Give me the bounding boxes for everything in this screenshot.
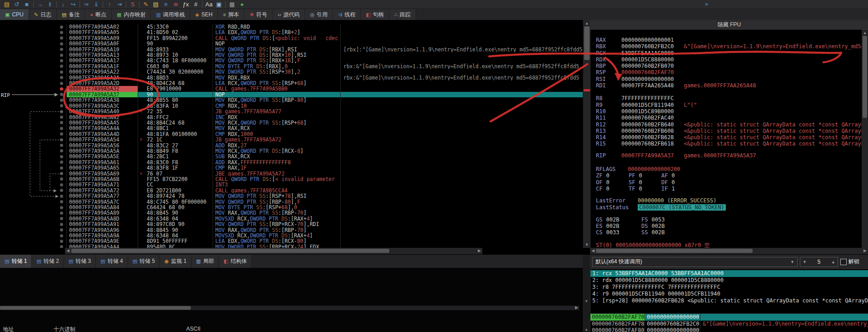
comment-cell[interactable] — [341, 24, 583, 30]
comment-cell[interactable] — [341, 188, 583, 193]
step-over-icon[interactable]: ↪ — [68, 0, 78, 9]
register-row-RBP[interactable]: RBP000000760B2FB070 — [596, 63, 868, 69]
comment-cell[interactable] — [341, 210, 583, 216]
register-value[interactable]: 0000000000000200 — [628, 166, 680, 172]
comment-cell[interactable]: rbx:&"[Game]\nversion=1.1.9\nentry=Endfi… — [341, 75, 583, 80]
instruction-cell[interactable]: MOV RCX,QWORD PTR SS:[RSP+68] — [213, 120, 341, 126]
instruction-cell[interactable]: MOVSXD RCX,DWORD PTR DS:[RAX+4] — [213, 233, 341, 238]
instruction-cell[interactable]: LEA EDX,QWORD PTR DS:[R8+2] — [213, 30, 341, 35]
comment-cell[interactable] — [341, 238, 583, 244]
restart-icon[interactable]: ↺ — [12, 0, 22, 9]
stack-value[interactable]: 0000000000000000 — [645, 327, 700, 332]
instruction-cell[interactable]: CMP RDX,10 — [213, 103, 341, 109]
argument-row[interactable]: 2: rdx 000001D5C8880000 000001D5C8880000 — [590, 277, 868, 284]
disasm-row[interactable]: 00007FF7A99A5A54v72 1CJB games.7FF7A99A5… — [0, 137, 583, 142]
tab-内存映射[interactable]: ▦内存映射 — [112, 9, 151, 20]
disasm-row[interactable]: 00007FF7A99A5A40v72 35JB games.7FF7A99A5… — [0, 109, 583, 114]
tab-调用堆栈[interactable]: ▥调用堆栈 — [151, 9, 190, 20]
gutter-cell[interactable] — [0, 176, 67, 182]
bytes-cell[interactable]: C74424 30 02000000 — [138, 69, 213, 75]
bytes-cell[interactable]: 41:8D50 02 — [138, 30, 213, 35]
disasm-row[interactable]: 00007FF7A99A5A7748:897424 78MOV QWORD PT… — [0, 193, 583, 199]
row-dot-icon[interactable] — [60, 228, 63, 231]
register-row-R12[interactable]: R12000000760B2FB640<&public: static stru… — [596, 121, 868, 128]
register-row-R14[interactable]: R14000000760B2FB628<&public: static stru… — [596, 134, 868, 141]
stack-address[interactable]: 000000760B2FAF80 — [590, 327, 645, 332]
stack-row[interactable]: 000000760B2FAF78000000760B2FB2C0&"[Game]… — [590, 321, 868, 327]
register-row-R8[interactable]: R87FFFFFFFFFFFFFFC — [596, 95, 868, 101]
dump-pane[interactable]: ▶ 地址 十六进制 ASCII — [0, 268, 583, 332]
disasm-row[interactable]: 00007FF7A99A5A9E8D91 50FFFFFFLEA EDX,QWO… — [0, 238, 583, 244]
disasm-row[interactable]: 00007FF7A99A5AA489548D 8CMOV DWORD PTR S… — [0, 244, 583, 248]
row-dot-icon[interactable] — [60, 183, 63, 186]
comment-cell[interactable] — [341, 126, 583, 131]
address-cell[interactable]: 00007FF7A99A5A0F — [67, 41, 138, 46]
font-icon[interactable]: Aa — [204, 0, 214, 9]
last-error-row[interactable]: LastError00000000 (ERROR_SUCCESS) — [596, 197, 868, 204]
register-row-RSI[interactable]: RSI0000000000000000 — [596, 76, 868, 82]
row-dot-icon[interactable] — [60, 104, 63, 107]
comment-cell[interactable] — [341, 227, 583, 233]
bytes-cell[interactable]: 48:C743 18 0F000000 — [138, 58, 213, 63]
row-dot-icon[interactable] — [60, 121, 63, 124]
scroll-up-icon[interactable]: ▲ — [583, 21, 590, 25]
bytes-cell[interactable]: E8 79010000 — [138, 86, 213, 91]
register-value[interactable]: 0000000000000001 — [621, 37, 674, 43]
tab-线程[interactable]: ⇉线程 — [333, 9, 361, 20]
flag-CF[interactable]: CF0 — [596, 186, 629, 192]
comment-cell[interactable] — [341, 69, 583, 75]
disasm-row[interactable]: 00007FF7A99A5A0F90NOP — [0, 41, 583, 46]
row-dot-icon[interactable] — [60, 223, 63, 226]
flag-ES[interactable]: ES002B — [596, 223, 641, 229]
argument-row[interactable]: 1: rcx 53BBFF5AA1AC0000 53BBFF5AA1AC0000 — [590, 270, 868, 277]
flags-row[interactable]: CF0TF0IF1 — [596, 186, 868, 192]
comment-cell[interactable] — [341, 244, 583, 248]
breakpoint-icon[interactable] — [60, 87, 63, 91]
run-to-user-code-icon[interactable]: ⇒ — [81, 0, 91, 9]
step-out-icon[interactable]: ↑ — [104, 0, 114, 9]
stack-value[interactable]: 000000760B2FB2C0 — [645, 321, 700, 327]
instruction-cell[interactable]: MOV QWORD PTR SS:[RSP+78],RSI — [213, 193, 341, 199]
row-dot-icon[interactable] — [60, 110, 63, 113]
disasm-row[interactable]: 00007FF7A99A5A32E8 79010000CALL games.7F… — [0, 86, 583, 91]
instruction-cell[interactable]: MOV RDX,QWORD PTR SS:[RBP-80] — [213, 97, 341, 103]
gutter-cell[interactable] — [0, 193, 67, 199]
gutter-cell[interactable] — [0, 52, 67, 58]
comment-cell[interactable] — [341, 120, 583, 126]
row-dot-icon[interactable] — [60, 206, 63, 209]
bytes-cell[interactable]: 48:897C0D 90 — [138, 221, 213, 227]
address-cell[interactable]: 00007FF7A99A5A5E — [67, 154, 138, 159]
gutter-cell[interactable] — [0, 69, 67, 75]
bottom-tab-结构体[interactable]: ◧结构体 — [219, 255, 252, 268]
register-row-RCX[interactable]: RCX53BBFF5AA1AC0000 — [596, 50, 868, 56]
flag-CS[interactable]: CS0033 — [596, 229, 641, 236]
value[interactable]: 00000000 (ERROR_SUCCESS) — [638, 197, 716, 204]
address-cell[interactable]: 00007FF7A99A5A89 — [67, 210, 138, 216]
disasm-row[interactable]: 00007FF7A99A5A1748:C743 18 0F000000MOV Q… — [0, 58, 583, 63]
address-cell[interactable]: 00007FF7A99A5A65 — [67, 165, 138, 171]
gutter-cell[interactable] — [0, 97, 67, 103]
bottom-tab-监视 1[interactable]: ◉监视 1 — [160, 255, 192, 268]
register-value[interactable]: 000001D5C89B0000 — [621, 108, 674, 115]
gutter-cell[interactable] — [0, 199, 67, 205]
bytes-cell[interactable]: 48:2BC1 — [138, 154, 213, 159]
comment-cell[interactable]: [rbx]:"[Game]\nversion=1.1.9\nentry=Endf… — [341, 47, 583, 52]
stack-value[interactable]: 0000000000000000 — [645, 314, 700, 321]
calculator-icon[interactable]: ▦ — [227, 0, 237, 9]
gutter-cell[interactable] — [0, 182, 67, 187]
gutter-cell[interactable] — [0, 154, 67, 159]
instruction-cell[interactable]: NOP — [213, 92, 341, 97]
open-file-icon[interactable]: ▤ — [2, 0, 12, 9]
instruction-cell[interactable]: MOV RDX,RBX — [213, 75, 341, 80]
flag-SS[interactable]: SS002B — [641, 229, 687, 236]
instruction-cell[interactable]: MOV QWORD PTR SS:[RBP-80],F — [213, 199, 341, 205]
comment-cell[interactable] — [341, 143, 583, 148]
globe-icon[interactable]: ● — [237, 0, 247, 9]
stack-row[interactable]: 000000760B2FAF700000000000000000 — [590, 314, 868, 321]
row-dot-icon[interactable] — [60, 172, 63, 175]
bytes-cell[interactable]: CC — [138, 182, 213, 187]
register-row-RDX[interactable]: RDX000001D5C8880000 — [596, 56, 868, 63]
comment-cell[interactable] — [341, 216, 583, 221]
comment-cell[interactable] — [341, 131, 583, 137]
flags-row[interactable]: CS0033SS002B — [596, 229, 868, 236]
